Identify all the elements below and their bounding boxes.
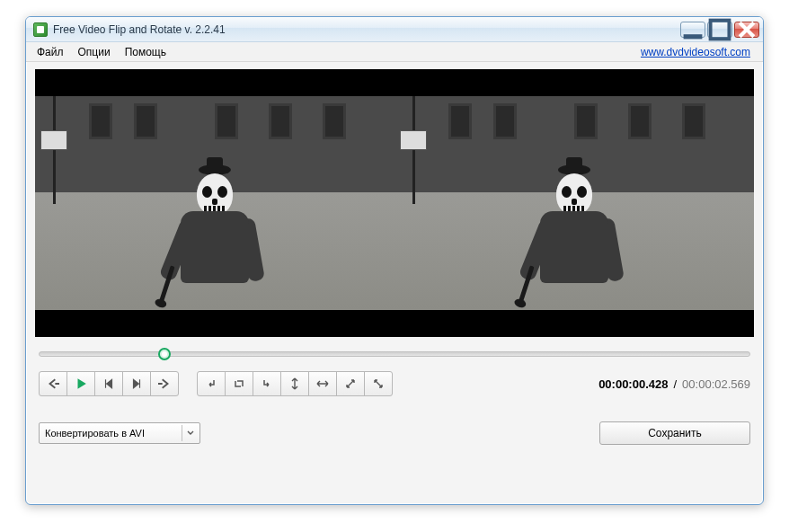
time-display: 00:00:00.428 / 00:00:02.569: [598, 377, 750, 391]
time-total: 00:00:02.569: [682, 377, 750, 391]
controls-row: 00:00:00.428 / 00:00:02.569: [26, 362, 763, 403]
playback-controls: [39, 371, 179, 396]
website-link[interactable]: www.dvdvideosoft.com: [641, 46, 759, 58]
timeline-slider-row: [26, 342, 763, 362]
menu-file[interactable]: Файл: [30, 44, 71, 60]
svg-rect-1: [711, 20, 730, 39]
timeline-slider[interactable]: [39, 351, 750, 357]
video-pane-result: [394, 69, 754, 337]
flip-horizontal-button[interactable]: [308, 371, 337, 396]
maximize-button[interactable]: [707, 22, 732, 38]
menu-help[interactable]: Помощь: [118, 44, 173, 60]
play-button[interactable]: [66, 371, 95, 396]
prev-frame-button[interactable]: [39, 371, 67, 396]
flip-diagonal-2-button[interactable]: [364, 371, 393, 396]
menu-options[interactable]: Опции: [71, 44, 118, 60]
skip-back-button[interactable]: [94, 371, 123, 396]
video-pane-original: [35, 69, 394, 337]
transform-controls: [197, 371, 393, 396]
skip-forward-button[interactable]: [122, 371, 151, 396]
svg-rect-0: [684, 34, 703, 39]
format-select[interactable]: Конвертировать в AVI: [39, 422, 200, 444]
video-preview-area: [35, 69, 754, 337]
rotate-ccw-90-button[interactable]: [197, 371, 226, 396]
app-window: Free Video Flip and Rotate v. 2.2.41 Фай…: [25, 16, 764, 505]
flip-diagonal-1-button[interactable]: [336, 371, 365, 396]
titlebar[interactable]: Free Video Flip and Rotate v. 2.2.41: [26, 17, 763, 42]
time-separator: /: [673, 377, 677, 391]
menubar: Файл Опции Помощь www.dvdvideosoft.com: [26, 42, 763, 62]
window-title: Free Video Flip and Rotate v. 2.2.41: [53, 23, 680, 36]
minimize-button[interactable]: [680, 22, 705, 38]
bottom-row: Конвертировать в AVI Сохранить: [26, 403, 763, 454]
next-frame-button[interactable]: [150, 371, 179, 396]
save-button-label: Сохранить: [648, 427, 702, 439]
close-button[interactable]: [734, 22, 759, 38]
timeline-thumb[interactable]: [158, 348, 171, 360]
chevron-down-icon: [182, 425, 198, 441]
time-current: 00:00:00.428: [598, 377, 668, 391]
rotate-180-button[interactable]: [225, 371, 253, 396]
app-icon: [33, 22, 48, 37]
save-button[interactable]: Сохранить: [599, 421, 750, 445]
rotate-cw-90-button[interactable]: [253, 371, 281, 396]
window-controls: [680, 22, 759, 38]
format-selected-label: Конвертировать в AVI: [45, 428, 145, 439]
flip-vertical-button[interactable]: [280, 371, 309, 396]
